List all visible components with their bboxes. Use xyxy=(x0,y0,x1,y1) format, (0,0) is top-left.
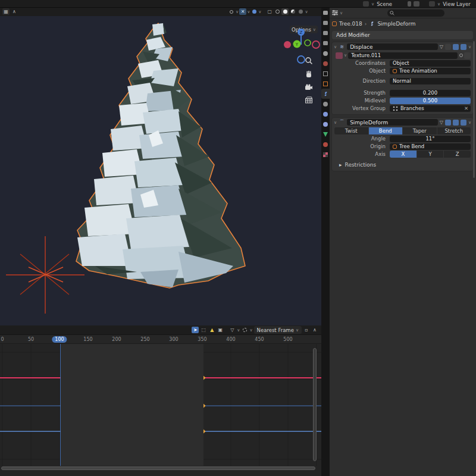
pin-icon[interactable] xyxy=(408,1,411,7)
coordinates-dropdown[interactable]: Object xyxy=(390,60,471,67)
tab-data[interactable] xyxy=(321,129,330,139)
displace-oncage-icon[interactable]: ▽ xyxy=(440,44,443,49)
angle-field[interactable]: 11° xyxy=(390,136,471,142)
axis-y[interactable]: Y xyxy=(417,151,444,158)
axis-x[interactable]: X xyxy=(390,151,416,158)
filter-funnel-icon[interactable]: ▽ xyxy=(228,327,236,333)
texture-browse-chevron-icon[interactable]: ∨ xyxy=(344,53,347,58)
simpledeform-editmode-toggle-icon[interactable] xyxy=(445,120,451,126)
snapping-magnet-icon[interactable]: ✕ xyxy=(239,8,246,15)
displace-render-toggle-icon[interactable] xyxy=(461,44,466,50)
deform-mode-bend[interactable]: Bend xyxy=(369,127,403,134)
displace-expand-icon[interactable]: ∨ xyxy=(334,45,337,49)
simpledeform-name-field[interactable]: SimpleDeform xyxy=(347,119,438,126)
empty-axes-object[interactable] xyxy=(5,235,88,315)
pan-hand-icon[interactable] xyxy=(305,70,313,79)
viewport-canvas[interactable]: Options ∨ xyxy=(0,16,321,325)
tab-object[interactable] xyxy=(321,79,330,89)
new-scene-icon[interactable] xyxy=(414,1,419,7)
box-select-tool-icon[interactable]: ⬚ xyxy=(200,327,207,333)
breadcrumb-object[interactable]: Tree.018 xyxy=(339,21,362,27)
texture-name-field[interactable]: Texture.011 xyxy=(348,52,458,59)
proportional-chevron-icon[interactable]: ∨ xyxy=(258,10,261,14)
simpledeform-oncage-icon[interactable]: ▽ xyxy=(440,120,443,125)
add-modifier-button[interactable]: Add Modifier xyxy=(332,31,473,39)
view-layer-selector[interactable]: View Layer xyxy=(443,1,471,7)
simpledeform-header[interactable]: ∨ ⌒ SimpleDeform ▽ ∨ xyxy=(332,118,473,127)
shading-solid-icon[interactable] xyxy=(281,8,289,15)
frame-channel-icon[interactable]: ▣ xyxy=(217,327,224,333)
unlink-texture-icon[interactable] xyxy=(458,52,464,59)
displace-header[interactable]: ∨ ≋ Displace ▽ ∨ xyxy=(332,42,473,51)
navigation-gizmo[interactable]: Z Y xyxy=(280,27,321,68)
tab-tool[interactable] xyxy=(321,8,330,18)
current-frame-badge[interactable]: 100 xyxy=(52,336,67,343)
new-texture-icon[interactable] xyxy=(464,52,471,59)
direction-dropdown[interactable]: Normal xyxy=(390,78,471,84)
shading-chevron-icon[interactable]: ∨ xyxy=(305,10,308,14)
tab-render[interactable] xyxy=(321,18,330,28)
origin-field[interactable]: Tree Bend xyxy=(390,143,471,150)
simpledeform-expand-icon[interactable]: ∨ xyxy=(334,120,337,125)
simpledeform-viewport-toggle-icon[interactable] xyxy=(453,120,459,126)
falloff-curve-icon[interactable]: ∧ xyxy=(11,8,18,15)
pivot-chevron-icon[interactable]: ∨ xyxy=(236,10,239,14)
tab-collection[interactable] xyxy=(321,68,330,79)
show-overlays-icon[interactable] xyxy=(274,8,281,15)
toggle-orthographic-icon[interactable] xyxy=(305,96,313,104)
simpledeform-extras-icon[interactable]: ∨ xyxy=(468,120,471,125)
restrictions-panel-toggle[interactable]: Restrictions xyxy=(342,162,377,168)
displace-name-field[interactable]: Displace xyxy=(347,43,438,50)
tab-material[interactable] xyxy=(321,139,330,149)
midlevel-slider[interactable]: 0.500 xyxy=(390,98,471,104)
copy-icon[interactable]: ▫ xyxy=(303,327,310,333)
breadcrumb-modifier[interactable]: SimpleDeform xyxy=(377,21,415,27)
horizontal-scrollbar[interactable] xyxy=(1,466,315,470)
frame-ruler[interactable]: 050100150200250300350400450500 xyxy=(0,335,321,344)
editor-type-chevron-icon[interactable]: ∨ xyxy=(340,11,343,15)
displace-viewport-toggle-icon[interactable] xyxy=(453,44,459,50)
show-gizmo-icon[interactable]: ▢ xyxy=(266,8,273,15)
snap-mode-dropdown[interactable]: Nearest Frame ∨ xyxy=(254,326,302,334)
pivot-point-icon[interactable] xyxy=(228,8,235,15)
proportional-edit-icon[interactable] xyxy=(241,327,248,333)
graph-canvas[interactable] xyxy=(0,344,321,466)
editor-type-icon[interactable]: ▦ xyxy=(2,8,10,15)
tweak-tool-icon[interactable]: ➤ xyxy=(192,327,199,333)
deform-mode-taper[interactable]: Taper xyxy=(403,127,437,134)
snapping-chevron-icon[interactable]: ∨ xyxy=(247,10,250,14)
camera-view-icon[interactable] xyxy=(305,84,313,91)
tab-texture[interactable] xyxy=(321,149,330,159)
normalize-curve-icon[interactable]: ∧ xyxy=(311,327,318,333)
clear-vertex-group-icon[interactable]: ✕ xyxy=(464,105,468,111)
displace-object-field[interactable]: Tree Animation xyxy=(390,68,471,74)
strength-field[interactable]: 0.200 xyxy=(390,90,471,96)
displace-extras-icon[interactable]: ∨ xyxy=(468,45,471,49)
properties-scrollbar[interactable] xyxy=(473,41,475,178)
tab-constraints[interactable] xyxy=(321,119,330,129)
vertical-scrollbar[interactable] xyxy=(313,348,317,461)
texture-browse-icon[interactable] xyxy=(336,52,343,59)
tab-world[interactable] xyxy=(321,58,330,68)
vertex-group-field[interactable]: Branches ✕ xyxy=(390,105,471,112)
scene-selector[interactable]: Scene xyxy=(377,1,392,7)
properties-editor-type-icon[interactable] xyxy=(331,10,339,16)
tab-output[interactable] xyxy=(321,28,330,38)
simpledeform-render-toggle-icon[interactable] xyxy=(461,120,466,126)
shading-rendered-icon[interactable] xyxy=(297,8,304,15)
tab-physics[interactable] xyxy=(321,109,330,119)
proportional-editing-icon[interactable] xyxy=(250,8,258,15)
scene-chevron-icon[interactable]: ∨ xyxy=(371,2,374,7)
shading-material-icon[interactable] xyxy=(289,8,296,15)
tab-particles[interactable] xyxy=(321,99,330,109)
tab-modifiers[interactable] xyxy=(321,89,330,99)
axis-z[interactable]: Z xyxy=(444,151,471,158)
deform-mode-twist[interactable]: Twist xyxy=(334,127,368,134)
filter-chevron-icon[interactable]: ∨ xyxy=(237,328,240,333)
view-layer-chevron-icon[interactable]: ∨ xyxy=(437,2,440,7)
displace-editmode-toggle-icon[interactable] xyxy=(445,44,451,50)
proportional-chevron2-icon[interactable]: ∨ xyxy=(249,328,252,333)
zoom-tool-icon[interactable] xyxy=(305,57,313,65)
properties-search-input[interactable] xyxy=(387,10,444,17)
deform-mode-stretch[interactable]: Stretch xyxy=(437,127,471,134)
